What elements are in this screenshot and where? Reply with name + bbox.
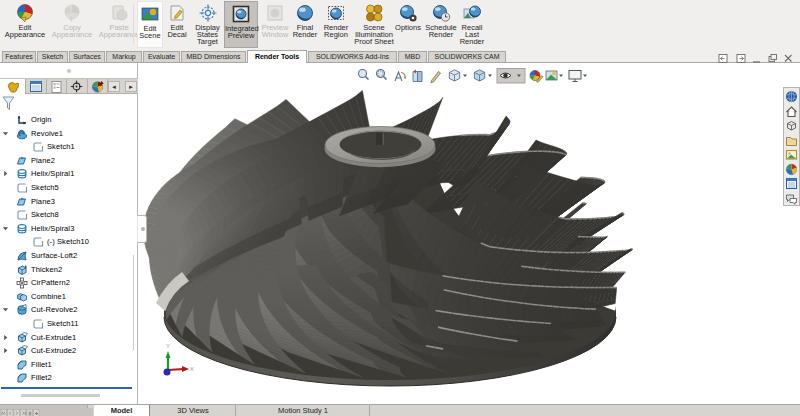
svg-text:X: X <box>190 366 194 372</box>
svg-text:Y: Y <box>166 343 170 349</box>
